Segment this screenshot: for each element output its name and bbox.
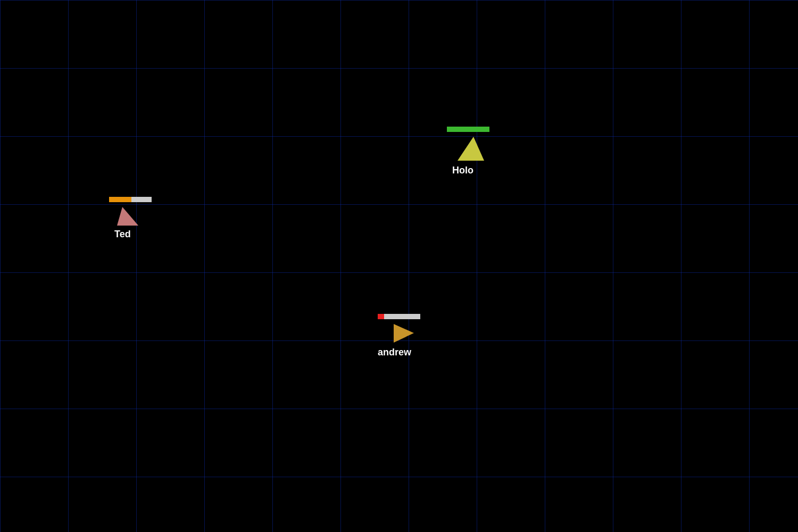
holo-shape: [455, 134, 487, 165]
ted-health-bar: [109, 197, 152, 202]
ted-health-fill: [109, 197, 131, 202]
holo-health-fill: [447, 127, 489, 132]
andrew-shape: [393, 321, 417, 347]
ted-shape: [114, 204, 141, 230]
holo-label: Holo: [452, 165, 473, 176]
svg-marker-1: [117, 207, 138, 226]
andrew-label: andrew: [378, 347, 411, 358]
svg-marker-2: [458, 137, 484, 161]
andrew-health-fill: [378, 314, 384, 319]
andrew-health-bar: [378, 314, 420, 319]
holo-health-bar: [447, 127, 489, 132]
ted-label: Ted: [114, 229, 131, 240]
andrew-health-empty: [384, 314, 420, 319]
svg-marker-3: [394, 324, 414, 343]
ted-health-empty: [131, 197, 152, 202]
game-canvas: Ted Holo andrew: [0, 0, 798, 532]
grid-overlay: [0, 0, 798, 532]
svg-rect-0: [0, 0, 798, 532]
